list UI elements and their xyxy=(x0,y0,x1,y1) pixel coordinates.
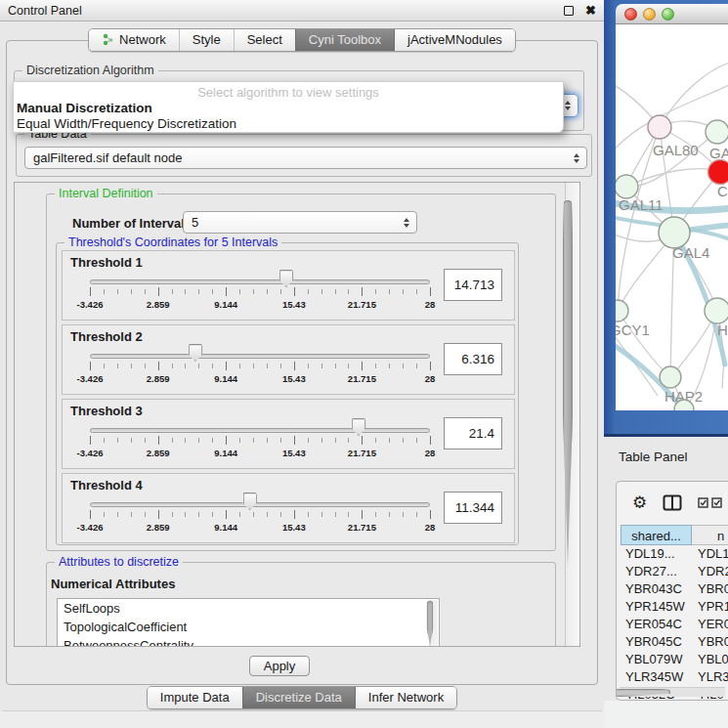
float-window-icon[interactable] xyxy=(564,6,574,16)
tab-label: Discretize Data xyxy=(256,690,342,705)
list-scrollbar[interactable] xyxy=(429,600,438,647)
dropdown-option-equal-width[interactable]: Equal Width/Frequency Discretization xyxy=(14,116,563,132)
spinner-arrows-icon xyxy=(565,101,571,110)
close-traffic-light-icon[interactable] xyxy=(624,8,637,21)
network-node-label: GAL4 xyxy=(672,244,709,261)
numerical-attributes-list[interactable]: SelfLoops TopologicalCoefficient Between… xyxy=(57,598,440,647)
zoom-traffic-light-icon[interactable] xyxy=(662,8,674,21)
slider-tick-label: 9.144 xyxy=(214,448,237,458)
tab-cyni-toolbox[interactable]: Cyni Toolbox xyxy=(295,29,394,51)
tab-select[interactable]: Select xyxy=(234,29,295,51)
threshold-slider[interactable]: -3.4262.8599.14415.4321.71528 xyxy=(90,347,430,390)
column-header-name[interactable]: n xyxy=(692,525,728,545)
select-columns-icon[interactable] xyxy=(698,497,722,508)
panel-footer-strip xyxy=(0,711,604,728)
top-tab-group: Network Style Select Cyni Toolbox jActiv… xyxy=(88,28,516,52)
vertical-scrollbar[interactable] xyxy=(565,183,579,646)
threshold-value-field[interactable]: 21.4 xyxy=(444,417,502,450)
cell[interactable]: YBL0 xyxy=(692,651,728,668)
network-node[interactable] xyxy=(616,300,628,321)
list-item[interactable]: BetweennessCentrality xyxy=(58,636,439,647)
slider-track[interactable] xyxy=(90,279,430,284)
cell[interactable]: YPR1 xyxy=(692,598,728,616)
slider-tick-label: 15.43 xyxy=(282,299,306,310)
tab-network[interactable]: Network xyxy=(89,29,179,51)
tab-style[interactable]: Style xyxy=(179,29,234,51)
threshold-panel-2: Threshold 2 -3.4262.8599.14415.4321.7152… xyxy=(62,324,515,395)
cell[interactable]: YBR045C xyxy=(621,633,692,651)
threshold-value-field[interactable]: 14.713 xyxy=(444,269,502,301)
close-icon[interactable]: ✖ xyxy=(585,6,596,16)
cell[interactable]: YDR2 xyxy=(692,563,728,580)
network-node-label: C xyxy=(717,183,728,199)
network-node[interactable] xyxy=(705,298,728,323)
network-node[interactable] xyxy=(616,175,638,198)
threshold-slider[interactable]: -3.4262.8599.14415.4321.71528 xyxy=(90,421,430,464)
table-data-combobox[interactable]: galFiltered.sif default node xyxy=(24,147,587,169)
threshold-slider[interactable]: -3.4262.8599.14415.4321.71528 xyxy=(90,495,430,538)
slider-tick-label: 21.715 xyxy=(348,522,376,533)
slider-major-tick xyxy=(362,436,363,445)
network-node[interactable] xyxy=(706,120,728,144)
threshold-slider[interactable]: -3.4262.8599.14415.4321.71528 xyxy=(90,273,430,316)
cell[interactable]: YER054C xyxy=(621,616,692,633)
table-row[interactable]: YBL079WYBL0 xyxy=(621,651,728,668)
cell[interactable]: YDR27... xyxy=(621,563,692,580)
network-node[interactable] xyxy=(660,366,681,388)
split-columns-icon[interactable] xyxy=(663,494,682,511)
cell[interactable]: YER0 xyxy=(692,616,728,633)
slider-thumb[interactable] xyxy=(242,492,257,510)
threshold-panel-1: Threshold 1 -3.4262.8599.14415.4321.7152… xyxy=(62,250,515,321)
table-row[interactable]: YBR045CYBR0 xyxy=(621,633,728,651)
settings-scrollpane: Interval Definition Number of Intervals … xyxy=(14,182,580,647)
cell[interactable]: YBR043C xyxy=(621,580,692,598)
list-item[interactable]: SelfLoops xyxy=(58,599,439,618)
dropdown-option-manual[interactable]: Manual Discretization xyxy=(14,101,563,116)
table-row[interactable]: YBR043CYBR0 xyxy=(621,580,728,598)
cell[interactable]: YPR145W xyxy=(621,598,692,616)
threshold-value-field[interactable]: 11.344 xyxy=(444,492,502,524)
table-panel-title: Table Panel xyxy=(619,450,688,464)
table-row[interactable]: YPR145WYPR1 xyxy=(621,598,728,616)
bottom-tab-row: Impute Data Discretize Data Infer Networ… xyxy=(0,686,604,709)
slider-thumb[interactable] xyxy=(188,344,202,362)
scrollbar-thumb[interactable] xyxy=(563,200,573,567)
table-header-row: shared... n xyxy=(621,525,728,545)
slider-track[interactable] xyxy=(90,502,430,507)
cell[interactable]: YLR345W xyxy=(621,668,692,686)
table-row[interactable]: YLR345WYLR3 xyxy=(621,668,728,686)
network-node[interactable] xyxy=(648,115,671,139)
slider-thumb[interactable] xyxy=(351,418,365,436)
table-row[interactable]: YDR27...YDR2 xyxy=(621,563,728,580)
tab-discretize-data[interactable]: Discretize Data xyxy=(242,687,355,708)
table-row[interactable]: YDL19...YDL1 xyxy=(621,545,728,563)
horizontal-scrollbar[interactable] xyxy=(620,687,725,697)
cell[interactable]: YLR3 xyxy=(692,668,728,686)
slider-track[interactable] xyxy=(90,428,430,433)
tab-infer-network[interactable]: Infer Network xyxy=(355,687,456,708)
tab-jactivemnodules[interactable]: jActiveMNodules xyxy=(394,29,515,51)
cell[interactable]: YBL079W xyxy=(621,651,692,668)
cell[interactable]: YBR0 xyxy=(692,580,728,598)
scrollbar-thumb[interactable] xyxy=(616,689,670,697)
network-node[interactable] xyxy=(708,160,728,185)
column-header-shared-name[interactable]: shared... xyxy=(621,525,692,545)
control-panel-titlebar: Control Panel ✖ xyxy=(0,0,604,21)
cell[interactable]: YDL1 xyxy=(692,545,728,563)
table-row[interactable]: YER054CYER0 xyxy=(621,616,728,633)
minimize-traffic-light-icon[interactable] xyxy=(643,8,656,21)
list-item[interactable]: TopologicalCoefficient xyxy=(58,618,439,636)
threshold-value-field[interactable]: 6.316 xyxy=(444,343,502,375)
apply-button[interactable]: Apply xyxy=(249,656,310,676)
slider-thumb[interactable] xyxy=(278,270,293,287)
tab-impute-data[interactable]: Impute Data xyxy=(148,687,242,708)
network-nodes: GAL80GACGAL11GAL4GCY1HHAP2 xyxy=(616,115,728,410)
tab-label: Style xyxy=(193,32,221,47)
cell[interactable]: YBR0 xyxy=(692,633,728,651)
interval-definition-title: Interval Definition xyxy=(55,187,157,200)
network-canvas[interactable]: GAL80GACGAL11GAL4GCY1HHAP2 xyxy=(616,24,728,410)
number-of-intervals-combobox[interactable]: 5 xyxy=(183,211,417,234)
slider-track[interactable] xyxy=(90,354,430,359)
gear-icon[interactable]: ⚙ xyxy=(632,494,647,511)
cell[interactable]: YDL19... xyxy=(621,545,692,563)
